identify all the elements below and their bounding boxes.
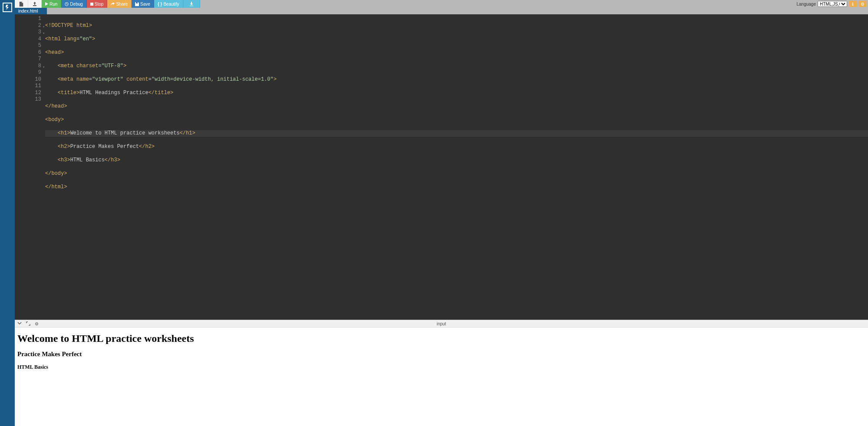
collapse-output-button[interactable] — [17, 321, 22, 326]
app-root: Run Debug Stop Share Save { } Beautify — [0, 0, 868, 426]
output-h2: Practice Makes Perfect — [17, 351, 865, 358]
line-gutter: 1 2▾ 3▾ 4 5 6 7 8▾ 9 10 11 12 13 — [15, 14, 44, 320]
braces-icon: { } — [158, 2, 162, 7]
chevron-down-icon — [17, 321, 22, 325]
tab-index-html[interactable]: index.html — [15, 8, 47, 14]
save-label: Save — [140, 2, 150, 7]
debug-label: Debug — [70, 2, 83, 7]
editor-tabs: index.html — [15, 8, 868, 14]
share-label: Share — [116, 2, 128, 7]
svg-rect-1 — [90, 3, 93, 6]
new-file-button[interactable] — [15, 0, 28, 8]
info-icon: ℹ — [852, 2, 854, 7]
output-h1: Welcome to HTML practice worksheets — [17, 333, 865, 344]
language-label: Language — [797, 2, 816, 7]
output-panel: ⚙ input Welcome to HTML practice workshe… — [15, 320, 868, 426]
tab-label: index.html — [18, 9, 38, 13]
language-select[interactable]: HTML,JS,CSS — [818, 1, 847, 7]
toolbar-right: Language HTML,JS,CSS ℹ ⚙ — [797, 0, 868, 8]
left-sidebar — [0, 0, 15, 426]
upload-button[interactable] — [28, 0, 42, 8]
beautify-button[interactable]: { } Beautify — [154, 0, 183, 8]
run-label: Run — [50, 2, 57, 7]
settings-button[interactable]: ⚙ — [858, 1, 866, 7]
save-icon — [135, 2, 139, 6]
stop-icon — [90, 3, 93, 6]
toolbar: Run Debug Stop Share Save { } Beautify — [15, 0, 868, 8]
download-icon — [189, 2, 194, 6]
share-icon — [111, 2, 115, 6]
gear-icon: ⚙ — [861, 2, 865, 7]
input-label: input — [437, 321, 446, 326]
output-content: Welcome to HTML practice worksheets Prac… — [15, 328, 868, 426]
debug-button[interactable]: Debug — [61, 0, 86, 8]
output-h3: HTML Basics — [17, 364, 865, 370]
info-button[interactable]: ℹ — [849, 1, 857, 7]
run-button[interactable]: Run — [42, 0, 61, 8]
output-header: ⚙ input — [15, 320, 868, 328]
expand-icon — [26, 321, 30, 326]
stop-label: Stop — [95, 2, 104, 7]
code-editor[interactable]: 1 2▾ 3▾ 4 5 6 7 8▾ 9 10 11 12 13 <!DOCTY… — [15, 14, 868, 320]
main-area: Run Debug Stop Share Save { } Beautify — [15, 0, 868, 426]
stop-button[interactable]: Stop — [87, 0, 108, 8]
clock-icon — [65, 2, 69, 6]
beautify-label: Beautify — [163, 2, 179, 7]
download-button[interactable] — [183, 0, 200, 8]
save-button[interactable]: Save — [132, 0, 154, 8]
code-content[interactable]: <!DOCTYPE html> <html lang="en"> <head> … — [44, 14, 868, 320]
expand-output-button[interactable] — [26, 321, 30, 326]
app-logo[interactable] — [3, 3, 12, 12]
share-button[interactable]: Share — [107, 0, 132, 8]
output-settings-button[interactable]: ⚙ — [35, 321, 39, 326]
gear-icon: ⚙ — [35, 321, 39, 326]
play-icon — [45, 2, 48, 6]
